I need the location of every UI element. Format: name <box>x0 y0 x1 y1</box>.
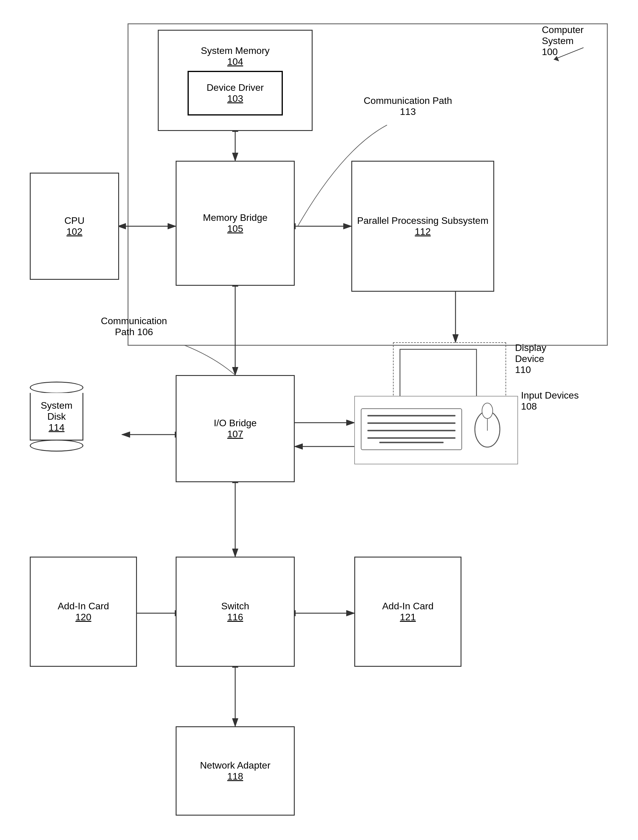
add-in-card-120-label: Add-In Card <box>58 601 109 612</box>
system-memory-label: System Memory <box>201 45 269 56</box>
add-in-card-121-id: 121 <box>400 612 415 623</box>
cpu-box: CPU 102 <box>30 173 119 280</box>
cpu-id: 102 <box>66 226 82 237</box>
switch-box: Switch 116 <box>176 557 295 667</box>
diagram-container: System Memory 104 Device Driver 103 CPU … <box>0 0 638 840</box>
network-adapter-box: Network Adapter 118 <box>176 726 295 816</box>
parallel-processing-box: Parallel Processing Subsystem 112 <box>351 161 494 292</box>
parallel-processing-id: 112 <box>415 226 431 237</box>
io-bridge-id: 107 <box>227 429 243 440</box>
parallel-processing-label: Parallel Processing Subsystem <box>357 215 488 226</box>
input-devices-area <box>354 396 518 464</box>
comm-path-106-label: Communication Path 106 <box>92 316 176 338</box>
io-bridge-label: I/O Bridge <box>214 418 257 429</box>
input-devices-label: Input Devices108 <box>521 390 599 412</box>
system-disk-cylinder: SystemDisk 114 <box>30 381 84 452</box>
memory-bridge-label: Memory Bridge <box>203 212 268 223</box>
memory-bridge-id: 105 <box>227 223 243 234</box>
io-bridge-box: I/O Bridge 107 <box>176 375 295 482</box>
switch-id: 116 <box>227 612 243 623</box>
add-in-card-120-id: 120 <box>75 612 91 623</box>
device-driver-box: Device Driver 103 <box>188 71 283 115</box>
cylinder-bottom <box>30 440 84 452</box>
add-in-card-121-box: Add-In Card 121 <box>354 557 461 667</box>
system-memory-box: System Memory 104 Device Driver 103 <box>158 30 313 131</box>
cylinder-body: SystemDisk 114 <box>30 393 84 441</box>
network-adapter-id: 118 <box>227 771 243 782</box>
add-in-card-121-label: Add-In Card <box>382 601 434 612</box>
system-memory-id: 104 <box>227 56 243 67</box>
svg-point-19 <box>482 403 493 418</box>
cpu-label: CPU <box>64 215 85 226</box>
system-disk-id: 114 <box>49 422 64 433</box>
computer-system-label: ComputerSystem100 <box>542 24 619 57</box>
add-in-card-120-box: Add-In Card 120 <box>30 557 137 667</box>
device-driver-label: Device Driver <box>207 82 264 93</box>
comm-path-113-label: Communication Path 113 <box>357 95 458 117</box>
memory-bridge-box: Memory Bridge 105 <box>176 161 295 286</box>
mouse-icon <box>471 403 504 451</box>
device-driver-id: 103 <box>227 93 243 104</box>
system-disk-label: SystemDisk <box>41 400 73 422</box>
network-adapter-label: Network Adapter <box>200 760 271 771</box>
switch-label: Switch <box>221 601 249 612</box>
display-device-label: DisplayDevice110 <box>515 342 581 375</box>
cylinder-top <box>30 382 84 393</box>
